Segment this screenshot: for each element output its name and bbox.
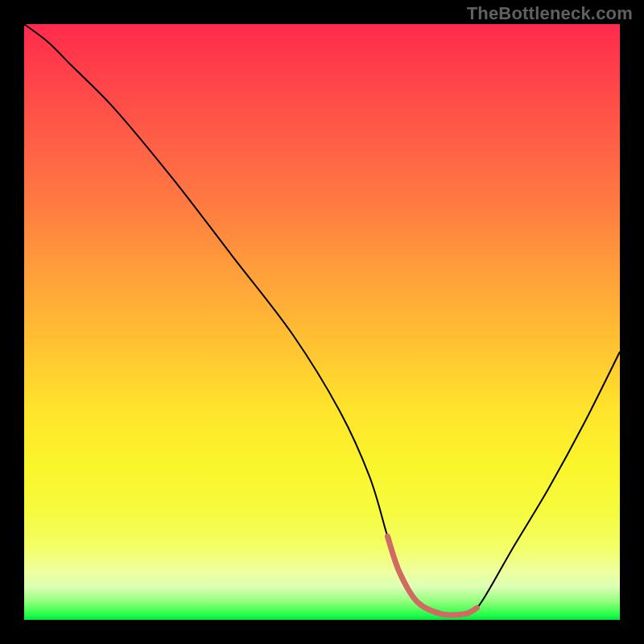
- watermark-text: TheBottleneck.com: [467, 3, 633, 24]
- bottleneck-curve: [24, 24, 620, 615]
- optimal-range-marker: [387, 536, 477, 615]
- plot-area: [24, 24, 620, 620]
- curve-overlay: [24, 24, 620, 620]
- chart-frame: TheBottleneck.com: [0, 0, 644, 644]
